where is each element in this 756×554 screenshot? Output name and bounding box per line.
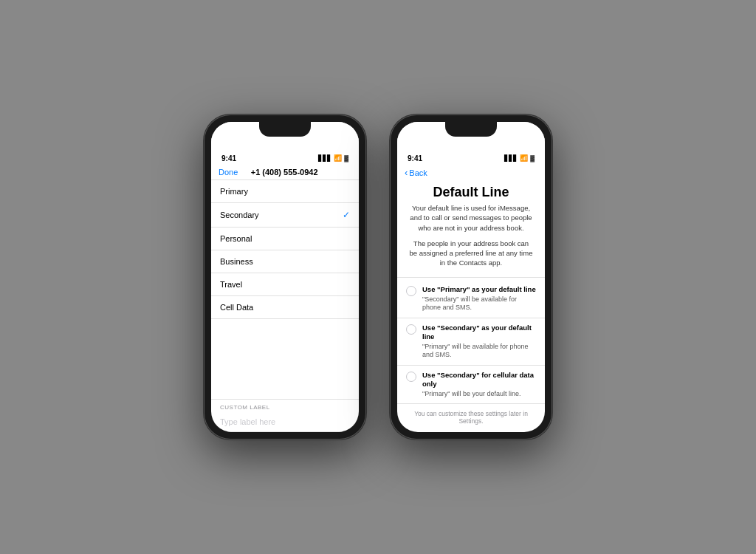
- notch-area-1: [211, 122, 359, 148]
- radio-circle-1: [406, 286, 416, 296]
- radio-subtitle-1: "Secondary" will be available for phone …: [422, 295, 536, 312]
- status-time-1: 9:41: [221, 154, 236, 163]
- secondary-label: Secondary: [220, 211, 259, 219]
- notch-area-2: [397, 122, 545, 148]
- radio-text-2: Use "Secondary" as your default line "Pr…: [422, 324, 536, 360]
- custom-label-placeholder[interactable]: Type label here: [211, 412, 359, 432]
- list-item-primary[interactable]: Primary: [211, 180, 359, 203]
- battery-icon-2: ▓: [530, 155, 535, 162]
- radio-circle-3: [406, 372, 416, 382]
- nav-bar-1: Done +1 (408) 555-0942: [211, 163, 359, 180]
- travel-label: Travel: [220, 280, 242, 289]
- line-options: Primary Secondary ✓ Personal Business Tr…: [211, 180, 359, 396]
- radio-subtitle-3: "Primary" will be your default line.: [422, 390, 536, 399]
- notch-2: [445, 122, 497, 137]
- business-label: Business: [220, 257, 253, 266]
- line-list: Primary Secondary ✓ Personal Business Tr…: [211, 180, 359, 432]
- divider-1: [397, 277, 545, 278]
- radio-title-1: Use "Primary" as your default line: [422, 285, 536, 294]
- radio-option-cellular[interactable]: Use "Secondary" for cellular data only "…: [397, 366, 545, 404]
- list-item-personal[interactable]: Personal: [211, 228, 359, 250]
- back-label: Back: [409, 168, 427, 177]
- list-item-secondary[interactable]: Secondary ✓: [211, 203, 359, 228]
- primary-label: Primary: [220, 187, 248, 196]
- wifi-icon-2: 📶: [520, 154, 528, 162]
- radio-title-2: Use "Secondary" as your default line: [422, 324, 536, 342]
- battery-icon-1: ▓: [344, 155, 348, 162]
- custom-label-header: CUSTOM LABEL: [211, 399, 359, 412]
- phone-number-title: +1 (408) 555-0942: [238, 168, 331, 177]
- default-line-screen: Default Line Your default line is used f…: [397, 180, 545, 432]
- personal-label: Personal: [220, 234, 252, 243]
- radio-circle-2: [406, 324, 416, 335]
- default-line-desc2: The people in your address book can be a…: [397, 239, 545, 274]
- status-bar-2: 9:41 ▋▋▋ 📶 ▓: [397, 148, 545, 163]
- signal-icon-1: ▋▋▋: [318, 155, 331, 162]
- radio-text-1: Use "Primary" as your default line "Seco…: [422, 285, 536, 312]
- list-item-travel[interactable]: Travel: [211, 273, 359, 296]
- notch-1: [259, 122, 311, 137]
- radio-title-3: Use "Secondary" for cellular data only: [422, 371, 536, 389]
- back-bar: ‹ Back: [397, 163, 545, 180]
- phone-1: 9:41 ▋▋▋ 📶 ▓ Done +1 (408) 555-0942 Prim…: [204, 114, 366, 440]
- status-icons-1: ▋▋▋ 📶 ▓: [318, 154, 348, 162]
- customize-note: You can customize these settings later i…: [397, 404, 545, 431]
- back-chevron-icon: ‹: [405, 168, 408, 177]
- cell-data-label: Cell Data: [220, 303, 253, 312]
- radio-option-primary[interactable]: Use "Primary" as your default line "Seco…: [397, 280, 545, 318]
- list-item-cell-data[interactable]: Cell Data: [211, 296, 359, 319]
- wifi-icon-1: 📶: [334, 154, 342, 162]
- done-button[interactable]: Done: [219, 168, 238, 177]
- radio-option-secondary[interactable]: Use "Secondary" as your default line "Pr…: [397, 318, 545, 366]
- radio-text-3: Use "Secondary" for cellular data only "…: [422, 371, 536, 398]
- default-line-desc1: Your default line is used for iMessage, …: [397, 203, 545, 239]
- status-icons-2: ▋▋▋ 📶 ▓: [504, 154, 535, 162]
- phone-2: 9:41 ▋▋▋ 📶 ▓ ‹ Back Default Line Your de…: [390, 114, 552, 440]
- status-bar-1: 9:41 ▋▋▋ 📶 ▓: [211, 148, 359, 163]
- back-button[interactable]: ‹ Back: [405, 168, 427, 177]
- list-item-business[interactable]: Business: [211, 250, 359, 273]
- status-time-2: 9:41: [408, 154, 422, 163]
- default-line-title: Default Line: [397, 180, 545, 203]
- scene: 9:41 ▋▋▋ 📶 ▓ Done +1 (408) 555-0942 Prim…: [204, 114, 552, 440]
- secondary-checkmark: ✓: [343, 210, 350, 220]
- radio-subtitle-2: "Primary" will be available for phone an…: [422, 343, 536, 360]
- signal-icon-2: ▋▋▋: [504, 155, 518, 162]
